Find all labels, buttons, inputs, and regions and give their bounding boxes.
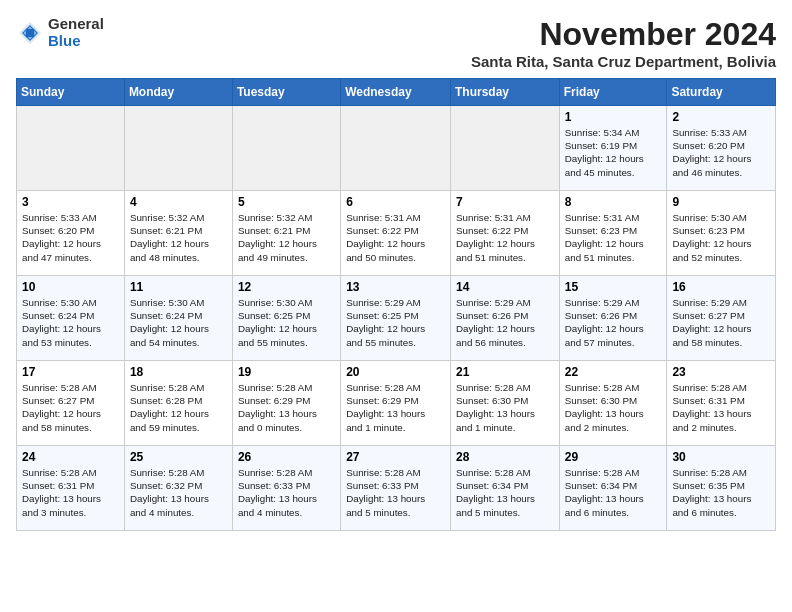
calendar-cell: 3Sunrise: 5:33 AM Sunset: 6:20 PM Daylig… — [17, 191, 125, 276]
day-number: 10 — [22, 280, 119, 294]
cell-info: Sunrise: 5:28 AM Sunset: 6:29 PM Dayligh… — [346, 381, 445, 434]
calendar-cell: 17Sunrise: 5:28 AM Sunset: 6:27 PM Dayli… — [17, 361, 125, 446]
day-number: 21 — [456, 365, 554, 379]
cell-info: Sunrise: 5:28 AM Sunset: 6:27 PM Dayligh… — [22, 381, 119, 434]
calendar-cell: 7Sunrise: 5:31 AM Sunset: 6:22 PM Daylig… — [451, 191, 560, 276]
calendar-cell — [17, 106, 125, 191]
calendar-cell: 29Sunrise: 5:28 AM Sunset: 6:34 PM Dayli… — [559, 446, 667, 531]
calendar-cell: 13Sunrise: 5:29 AM Sunset: 6:25 PM Dayli… — [341, 276, 451, 361]
cell-info: Sunrise: 5:28 AM Sunset: 6:35 PM Dayligh… — [672, 466, 770, 519]
cell-info: Sunrise: 5:28 AM Sunset: 6:33 PM Dayligh… — [346, 466, 445, 519]
calendar-cell — [124, 106, 232, 191]
weekday-header: Thursday — [451, 79, 560, 106]
title-area: November 2024 Santa Rita, Santa Cruz Dep… — [471, 16, 776, 70]
calendar-cell: 14Sunrise: 5:29 AM Sunset: 6:26 PM Dayli… — [451, 276, 560, 361]
day-number: 22 — [565, 365, 662, 379]
day-number: 12 — [238, 280, 335, 294]
weekday-header: Tuesday — [232, 79, 340, 106]
logo-blue: Blue — [48, 33, 104, 50]
cell-info: Sunrise: 5:32 AM Sunset: 6:21 PM Dayligh… — [130, 211, 227, 264]
day-number: 3 — [22, 195, 119, 209]
location-subtitle: Santa Rita, Santa Cruz Department, Boliv… — [471, 53, 776, 70]
day-number: 5 — [238, 195, 335, 209]
cell-info: Sunrise: 5:29 AM Sunset: 6:27 PM Dayligh… — [672, 296, 770, 349]
day-number: 26 — [238, 450, 335, 464]
calendar-cell: 18Sunrise: 5:28 AM Sunset: 6:28 PM Dayli… — [124, 361, 232, 446]
calendar-cell — [341, 106, 451, 191]
calendar-cell: 30Sunrise: 5:28 AM Sunset: 6:35 PM Dayli… — [667, 446, 776, 531]
calendar-cell — [232, 106, 340, 191]
calendar-cell: 20Sunrise: 5:28 AM Sunset: 6:29 PM Dayli… — [341, 361, 451, 446]
cell-info: Sunrise: 5:28 AM Sunset: 6:32 PM Dayligh… — [130, 466, 227, 519]
calendar-cell: 25Sunrise: 5:28 AM Sunset: 6:32 PM Dayli… — [124, 446, 232, 531]
cell-info: Sunrise: 5:32 AM Sunset: 6:21 PM Dayligh… — [238, 211, 335, 264]
calendar-week-row: 17Sunrise: 5:28 AM Sunset: 6:27 PM Dayli… — [17, 361, 776, 446]
cell-info: Sunrise: 5:29 AM Sunset: 6:26 PM Dayligh… — [456, 296, 554, 349]
weekday-header: Monday — [124, 79, 232, 106]
day-number: 11 — [130, 280, 227, 294]
day-number: 25 — [130, 450, 227, 464]
cell-info: Sunrise: 5:28 AM Sunset: 6:30 PM Dayligh… — [456, 381, 554, 434]
cell-info: Sunrise: 5:30 AM Sunset: 6:24 PM Dayligh… — [22, 296, 119, 349]
cell-info: Sunrise: 5:30 AM Sunset: 6:24 PM Dayligh… — [130, 296, 227, 349]
day-number: 24 — [22, 450, 119, 464]
day-number: 27 — [346, 450, 445, 464]
cell-info: Sunrise: 5:28 AM Sunset: 6:31 PM Dayligh… — [672, 381, 770, 434]
calendar-cell: 11Sunrise: 5:30 AM Sunset: 6:24 PM Dayli… — [124, 276, 232, 361]
day-number: 29 — [565, 450, 662, 464]
day-number: 9 — [672, 195, 770, 209]
day-number: 16 — [672, 280, 770, 294]
cell-info: Sunrise: 5:30 AM Sunset: 6:25 PM Dayligh… — [238, 296, 335, 349]
day-number: 1 — [565, 110, 662, 124]
logo-text: General Blue — [48, 16, 104, 49]
cell-info: Sunrise: 5:28 AM Sunset: 6:30 PM Dayligh… — [565, 381, 662, 434]
calendar-week-row: 3Sunrise: 5:33 AM Sunset: 6:20 PM Daylig… — [17, 191, 776, 276]
weekday-header: Saturday — [667, 79, 776, 106]
cell-info: Sunrise: 5:30 AM Sunset: 6:23 PM Dayligh… — [672, 211, 770, 264]
day-number: 15 — [565, 280, 662, 294]
calendar-header: SundayMondayTuesdayWednesdayThursdayFrid… — [17, 79, 776, 106]
day-number: 17 — [22, 365, 119, 379]
calendar-cell: 12Sunrise: 5:30 AM Sunset: 6:25 PM Dayli… — [232, 276, 340, 361]
calendar-week-row: 24Sunrise: 5:28 AM Sunset: 6:31 PM Dayli… — [17, 446, 776, 531]
day-number: 23 — [672, 365, 770, 379]
cell-info: Sunrise: 5:28 AM Sunset: 6:34 PM Dayligh… — [456, 466, 554, 519]
cell-info: Sunrise: 5:28 AM Sunset: 6:31 PM Dayligh… — [22, 466, 119, 519]
cell-info: Sunrise: 5:33 AM Sunset: 6:20 PM Dayligh… — [22, 211, 119, 264]
day-number: 6 — [346, 195, 445, 209]
calendar-cell: 22Sunrise: 5:28 AM Sunset: 6:30 PM Dayli… — [559, 361, 667, 446]
calendar-cell: 19Sunrise: 5:28 AM Sunset: 6:29 PM Dayli… — [232, 361, 340, 446]
cell-info: Sunrise: 5:28 AM Sunset: 6:34 PM Dayligh… — [565, 466, 662, 519]
day-number: 30 — [672, 450, 770, 464]
calendar-cell: 6Sunrise: 5:31 AM Sunset: 6:22 PM Daylig… — [341, 191, 451, 276]
weekday-header: Wednesday — [341, 79, 451, 106]
calendar-cell: 15Sunrise: 5:29 AM Sunset: 6:26 PM Dayli… — [559, 276, 667, 361]
calendar-cell — [451, 106, 560, 191]
day-number: 19 — [238, 365, 335, 379]
cell-info: Sunrise: 5:34 AM Sunset: 6:19 PM Dayligh… — [565, 126, 662, 179]
svg-marker-2 — [26, 28, 34, 36]
cell-info: Sunrise: 5:33 AM Sunset: 6:20 PM Dayligh… — [672, 126, 770, 179]
calendar-cell: 16Sunrise: 5:29 AM Sunset: 6:27 PM Dayli… — [667, 276, 776, 361]
cell-info: Sunrise: 5:31 AM Sunset: 6:22 PM Dayligh… — [346, 211, 445, 264]
day-number: 20 — [346, 365, 445, 379]
calendar-body: 1Sunrise: 5:34 AM Sunset: 6:19 PM Daylig… — [17, 106, 776, 531]
cell-info: Sunrise: 5:29 AM Sunset: 6:25 PM Dayligh… — [346, 296, 445, 349]
page-header: General Blue November 2024 Santa Rita, S… — [16, 16, 776, 70]
calendar-week-row: 1Sunrise: 5:34 AM Sunset: 6:19 PM Daylig… — [17, 106, 776, 191]
logo-icon — [16, 19, 44, 47]
calendar-week-row: 10Sunrise: 5:30 AM Sunset: 6:24 PM Dayli… — [17, 276, 776, 361]
day-number: 4 — [130, 195, 227, 209]
day-number: 14 — [456, 280, 554, 294]
calendar-cell: 26Sunrise: 5:28 AM Sunset: 6:33 PM Dayli… — [232, 446, 340, 531]
cell-info: Sunrise: 5:31 AM Sunset: 6:22 PM Dayligh… — [456, 211, 554, 264]
calendar-cell: 1Sunrise: 5:34 AM Sunset: 6:19 PM Daylig… — [559, 106, 667, 191]
day-number: 13 — [346, 280, 445, 294]
calendar-cell: 28Sunrise: 5:28 AM Sunset: 6:34 PM Dayli… — [451, 446, 560, 531]
day-number: 7 — [456, 195, 554, 209]
calendar-cell: 2Sunrise: 5:33 AM Sunset: 6:20 PM Daylig… — [667, 106, 776, 191]
calendar-cell: 4Sunrise: 5:32 AM Sunset: 6:21 PM Daylig… — [124, 191, 232, 276]
calendar-table: SundayMondayTuesdayWednesdayThursdayFrid… — [16, 78, 776, 531]
cell-info: Sunrise: 5:28 AM Sunset: 6:33 PM Dayligh… — [238, 466, 335, 519]
weekday-row: SundayMondayTuesdayWednesdayThursdayFrid… — [17, 79, 776, 106]
